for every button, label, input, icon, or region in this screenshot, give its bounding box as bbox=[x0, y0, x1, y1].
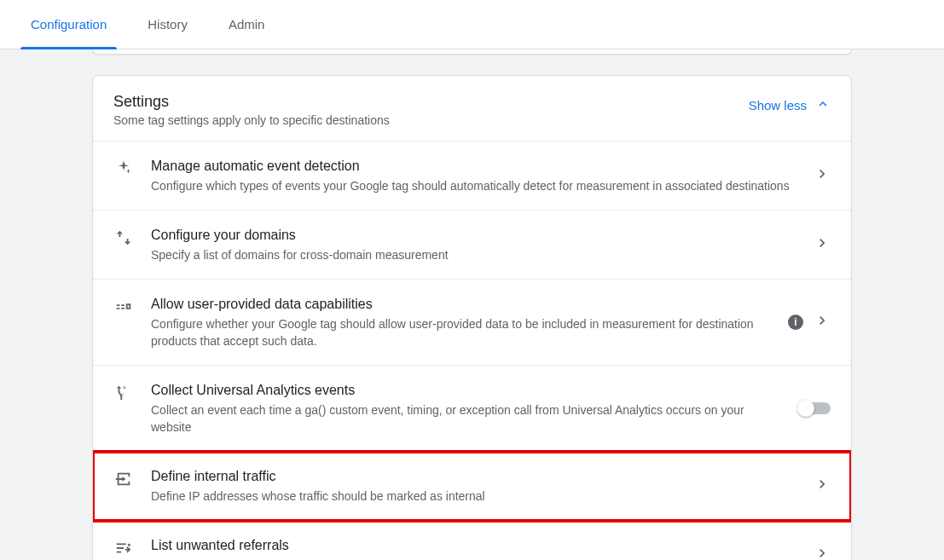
settings-title: Settings bbox=[113, 91, 390, 112]
row-manage-automatic-event-detection[interactable]: Manage automatic event detection Configu… bbox=[93, 141, 851, 211]
chevron-right-icon bbox=[814, 165, 831, 186]
chevron-right-icon bbox=[814, 476, 831, 496]
page-background: Settings Some tag settings apply only to… bbox=[0, 49, 944, 560]
row-desc: Configure which types of events your Goo… bbox=[151, 177, 796, 194]
tab-configuration[interactable]: Configuration bbox=[10, 0, 127, 49]
row-desc: Collect an event each time a ga() custom… bbox=[151, 401, 783, 436]
row-title: Collect Universal Analytics events bbox=[151, 381, 783, 400]
info-icon[interactable]: i bbox=[788, 315, 803, 330]
list-filter-icon bbox=[113, 538, 134, 558]
previous-card-remnant bbox=[92, 49, 852, 55]
row-title: List unwanted referrals bbox=[151, 536, 796, 555]
tab-bar: Configuration History Admin bbox=[0, 0, 944, 49]
show-less-label: Show less bbox=[749, 98, 807, 113]
chevron-up-icon bbox=[815, 96, 831, 114]
row-desc: Define IP addresses whose traffic should… bbox=[151, 488, 796, 505]
row-desc: Specify a list of domains for cross-doma… bbox=[151, 246, 796, 263]
row-configure-your-domains[interactable]: Configure your domains Specify a list of… bbox=[93, 211, 851, 280]
row-title: Define internal traffic bbox=[151, 467, 796, 486]
row-allow-user-provided-data[interactable]: Allow user-provided data capabilities Co… bbox=[93, 280, 851, 366]
row-title: Allow user-provided data capabilities bbox=[151, 295, 771, 314]
toggle-knob bbox=[797, 400, 814, 417]
enter-box-icon bbox=[113, 469, 134, 489]
row-list-unwanted-referrals[interactable]: List unwanted referrals Specify domains … bbox=[93, 521, 851, 560]
row-collect-universal-analytics-events: Collect Universal Analytics events Colle… bbox=[93, 366, 851, 452]
show-less-toggle[interactable]: Show less bbox=[749, 96, 831, 114]
tab-history[interactable]: History bbox=[127, 0, 208, 49]
settings-subtitle: Some tag settings apply only to specific… bbox=[113, 113, 390, 127]
chevron-right-icon bbox=[814, 312, 831, 332]
data-card-icon bbox=[113, 297, 134, 317]
row-title: Manage automatic event detection bbox=[151, 157, 796, 176]
row-define-internal-traffic[interactable]: Define internal traffic Define IP addres… bbox=[93, 452, 851, 521]
settings-header: Settings Some tag settings apply only to… bbox=[93, 76, 851, 141]
row-desc: Specify domains whose traffic should not… bbox=[151, 557, 796, 560]
chevron-right-icon bbox=[814, 545, 831, 560]
fork-icon bbox=[113, 383, 134, 403]
row-title: Configure your domains bbox=[151, 226, 796, 245]
sparkle-icon bbox=[113, 159, 134, 179]
row-desc: Configure whether your Google tag should… bbox=[151, 315, 771, 349]
ua-events-toggle[interactable] bbox=[800, 402, 831, 414]
settings-card: Settings Some tag settings apply only to… bbox=[92, 75, 852, 560]
chevron-right-icon bbox=[814, 234, 831, 255]
merge-arrows-icon bbox=[113, 228, 134, 248]
tab-admin[interactable]: Admin bbox=[208, 0, 286, 49]
